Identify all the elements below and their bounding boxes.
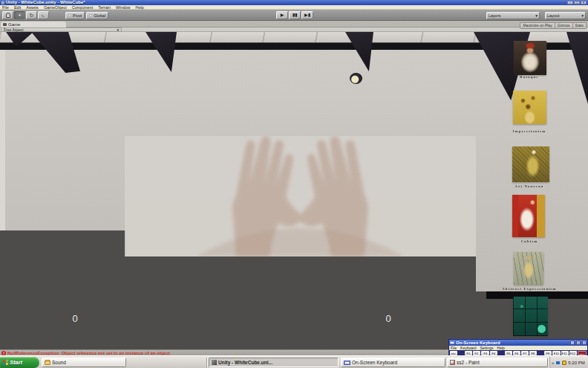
unity-app-icon [1, 1, 4, 4]
rotate-tool-icon: ↻ [30, 13, 34, 19]
painting-abstract-expressionism [514, 252, 543, 285]
camera-overlay [125, 136, 476, 256]
osk-menu-help[interactable]: Help [497, 346, 505, 350]
system-tray: « 5:20 PM [549, 357, 588, 368]
menu-terrain[interactable]: Terrain [98, 5, 111, 10]
taskbar: Start Sound Unity - WhiteCube.uni... On-… [0, 355, 588, 368]
tray-expand-icon[interactable]: « [552, 361, 554, 365]
pause-button[interactable]: ▮▮ [289, 11, 301, 19]
stats-button[interactable]: Stats [573, 22, 587, 29]
osk-titlebar[interactable]: On-Screen Keyboard − □ × [449, 340, 587, 346]
taskbar-button-paint[interactable]: ss2 - Paint [447, 358, 548, 367]
pivot-icon [68, 14, 71, 17]
close-button[interactable]: × [581, 1, 587, 4]
start-button[interactable]: Start [0, 357, 39, 368]
menu-assets[interactable]: Assets [26, 5, 39, 10]
game-view-buttons: Maximize on Play Gizmos Stats [520, 22, 587, 29]
folder-icon [45, 361, 50, 365]
osk-menu-file[interactable]: File [451, 346, 457, 350]
chevron-down-icon: ▾ [535, 13, 538, 18]
globe-icon [89, 14, 92, 17]
clock[interactable]: 5:20 PM [568, 361, 584, 365]
taskbar-button-sound[interactable]: Sound [42, 358, 126, 367]
maximize-on-play-button[interactable]: Maximize on Play [520, 22, 555, 29]
game-view-tabbar: Game [0, 21, 588, 28]
keyboard-icon [450, 341, 454, 344]
painting-impressionism [513, 91, 546, 124]
painting-pop-art [513, 297, 548, 336]
unity-toolbar: + ↻ ↔ Pivot Global ▶ ▮▮ ▶▮ Layers ▾ Layo… [0, 10, 588, 21]
osk-minimize-button[interactable]: − [570, 340, 575, 345]
scale-tool-icon: ↔ [40, 12, 48, 19]
maximize-button[interactable]: □ [574, 1, 580, 4]
global-button[interactable]: Global [86, 12, 108, 19]
menu-help[interactable]: Help [136, 5, 144, 10]
pivot-global-group: Pivot Global [65, 12, 108, 19]
layout-label: Layout [547, 13, 560, 18]
osk-title: On-Screen Keyboard [456, 340, 569, 346]
layers-dropdown[interactable]: Layers ▾ [486, 12, 540, 19]
taskbar-button-unity[interactable]: Unity - WhiteCube.uni... [209, 358, 339, 367]
spot-lamp [350, 73, 362, 84]
menu-component[interactable]: Component [72, 5, 93, 10]
osk-window: On-Screen Keyboard − □ × File Keyboard S… [448, 339, 588, 355]
transform-tools: + ↻ ↔ [2, 11, 49, 19]
minimize-button[interactable]: − [567, 1, 573, 4]
pivot-label: Pivot [73, 13, 82, 18]
taskbar-divider [206, 358, 207, 367]
painting-art-nouveau [512, 146, 549, 182]
game-tab-label: Game [8, 22, 20, 27]
play-button[interactable]: ▶ [276, 11, 288, 19]
wall-edge-highlight [0, 32, 5, 230]
painting-cubism [512, 195, 545, 237]
chevron-down-icon: ▾ [117, 28, 119, 32]
keyboard-icon [344, 361, 350, 365]
aspect-label: Free Aspect [4, 28, 24, 32]
menu-gameobject[interactable]: GameObject [44, 5, 67, 10]
unity-cube-icon [212, 360, 217, 365]
menu-edit[interactable]: Edit [14, 5, 21, 10]
layers-label: Layers [489, 13, 501, 18]
hand-tool-icon [6, 13, 10, 18]
step-button[interactable]: ▶▮ [301, 11, 313, 19]
game-view: Baroque Impressionism Art Nouveau Cubism… [0, 32, 588, 349]
paint-icon [450, 360, 455, 365]
scale-tool-button[interactable]: ↔ [38, 11, 49, 19]
move-tool-button[interactable]: + [14, 11, 25, 19]
tab-game[interactable]: Game [1, 22, 66, 28]
osk-menu-keyboard[interactable]: Keyboard [460, 346, 476, 350]
label-impressionism: Impressionism [497, 129, 561, 133]
network-icon[interactable] [555, 361, 561, 365]
taskbar-button-osk[interactable]: On-Screen Keyboard [341, 358, 445, 367]
menu-file[interactable]: File [2, 5, 9, 10]
move-tool-icon: + [18, 13, 21, 18]
menu-window[interactable]: Window [116, 5, 131, 10]
gizmos-button[interactable]: Gizmos [555, 22, 573, 29]
layout-dropdown[interactable]: Layout ▾ [545, 12, 586, 19]
hands-graphic [125, 136, 476, 256]
label-abstract-expressionism: Abstract Expressionism [497, 287, 561, 291]
chevron-down-icon: ▾ [581, 13, 584, 18]
global-label: Global [94, 13, 105, 18]
playmode-controls: ▶ ▮▮ ▶▮ [276, 11, 313, 19]
rotate-tool-button[interactable]: ↻ [26, 11, 37, 19]
desktop-screen: Unity - WhiteCube.unity - WhiteCube* − □… [0, 0, 588, 368]
osk-close-button[interactable]: × [582, 340, 587, 345]
painting-baroque [514, 41, 546, 75]
error-icon: ! [1, 351, 6, 355]
windows-flag-icon [3, 360, 8, 366]
label-art-nouveau: Art Nouveau [497, 184, 561, 188]
label-baroque: Baroque [497, 75, 561, 79]
volume-icon[interactable] [562, 361, 566, 365]
score-counter-right: 0 [377, 313, 399, 324]
score-counter-left: 0 [64, 313, 86, 324]
start-label: Start [10, 359, 22, 366]
osk-maximize-button[interactable]: □ [576, 340, 581, 345]
game-view-icon [3, 23, 7, 26]
label-cubism: Cubism [497, 239, 561, 243]
hand-tool-button[interactable] [2, 11, 13, 19]
pivot-button[interactable]: Pivot [65, 12, 85, 19]
osk-menu-settings[interactable]: Settings [480, 346, 493, 350]
